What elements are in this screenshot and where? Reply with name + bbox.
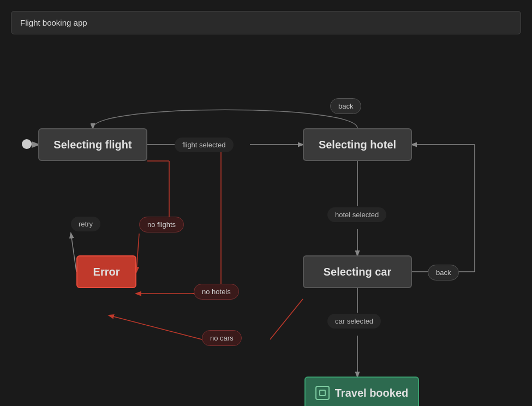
node-travel-booked[interactable]: Travel booked bbox=[304, 377, 419, 406]
node-selecting-car[interactable]: Selecting car bbox=[303, 255, 412, 288]
transition-retry: retry bbox=[71, 217, 100, 231]
error-label: Error bbox=[93, 266, 120, 278]
svg-line-14 bbox=[270, 299, 303, 339]
transition-back-car: back bbox=[428, 265, 459, 280]
transition-no-cars: no cars bbox=[202, 330, 242, 346]
diagram-area: Selecting flight Selecting hotel Selecti… bbox=[0, 44, 532, 406]
node-selecting-hotel[interactable]: Selecting hotel bbox=[303, 128, 412, 161]
selecting-car-label: Selecting car bbox=[324, 266, 392, 278]
title-text: Flight booking app bbox=[20, 18, 87, 27]
travel-booked-icon bbox=[315, 386, 330, 400]
app-title: Flight booking app bbox=[11, 11, 521, 34]
transition-flight-selected: flight selected bbox=[175, 138, 234, 152]
svg-line-15 bbox=[109, 315, 202, 339]
transition-hotel-selected: hotel selected bbox=[327, 207, 386, 222]
travel-booked-icon-inner bbox=[319, 390, 326, 396]
node-selecting-flight[interactable]: Selecting flight bbox=[38, 128, 147, 161]
node-error[interactable]: Error bbox=[76, 255, 136, 288]
transition-no-hotels: no hotels bbox=[194, 284, 239, 300]
transition-car-selected: car selected bbox=[327, 314, 381, 329]
transition-no-flights: no flights bbox=[139, 217, 184, 232]
svg-line-10 bbox=[136, 234, 139, 272]
transition-back-top: back bbox=[330, 98, 361, 114]
selecting-flight-label: Selecting flight bbox=[53, 139, 131, 151]
selecting-hotel-label: Selecting hotel bbox=[319, 139, 396, 151]
svg-line-16 bbox=[71, 234, 76, 272]
initial-state-dot bbox=[22, 139, 32, 149]
travel-booked-label: Travel booked bbox=[335, 387, 409, 399]
